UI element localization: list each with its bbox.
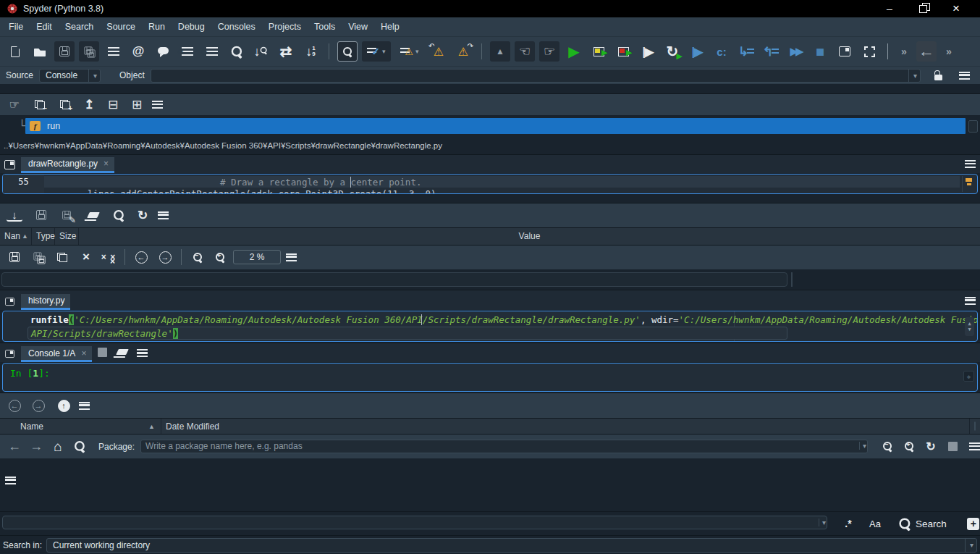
menu-debug[interactable]: Debug [172, 20, 211, 34]
outline-scrollbar[interactable] [968, 120, 978, 133]
menu-source[interactable]: Source [101, 20, 141, 34]
save-data-as-button[interactable]: ✎ [59, 207, 75, 223]
package-input[interactable] [140, 440, 868, 453]
last-edit-location-button[interactable]: ▲ [490, 41, 510, 62]
menu-projects[interactable]: Projects [263, 20, 307, 34]
close-tab-icon[interactable]: × [81, 348, 86, 358]
goto-cursor-button[interactable]: ☞ [7, 96, 22, 112]
tab-console-1a[interactable]: Console 1/A × [21, 346, 92, 362]
find-button[interactable] [227, 41, 247, 62]
maximize-pane-button[interactable] [859, 41, 879, 62]
run-selection-button[interactable]: |▶ [638, 41, 658, 62]
goto-parent-button[interactable]: ↥ [81, 96, 97, 112]
expand-section-button[interactable]: + [57, 96, 73, 112]
source-combobox[interactable]: Console ▾ [39, 69, 101, 83]
next-warning-button[interactable]: ⚠ ↷ [453, 41, 473, 62]
variable-explorer-options-button[interactable] [155, 207, 171, 223]
copy-plot-button[interactable] [54, 249, 70, 265]
files-options-button[interactable] [76, 398, 92, 414]
dropdown-icon[interactable]: ▾ [859, 442, 866, 450]
menu-edit[interactable]: Edit [30, 20, 58, 34]
clear-console-button[interactable] [114, 344, 130, 360]
history-options-button[interactable] [965, 297, 976, 305]
menu-consoles[interactable]: Consoles [212, 20, 261, 34]
more-options-button[interactable]: + [966, 516, 980, 532]
unindent-button[interactable]: ◂ [177, 41, 198, 62]
editor-options-button[interactable] [965, 160, 976, 168]
interrupt-kernel-button[interactable] [94, 344, 110, 360]
console-options-button[interactable] [137, 349, 148, 357]
zoom-out-button[interactable]: − [190, 249, 206, 265]
find-next-button[interactable]: ↓ [251, 41, 271, 62]
case-toggle-button[interactable]: Aa [867, 516, 883, 532]
help-zoom-out-button[interactable]: − [879, 439, 895, 455]
collapse-section-button[interactable]: − [32, 96, 48, 112]
save-all-button[interactable] [79, 41, 99, 62]
editor-pane[interactable]: 55 # Draw a rectangle by a center point.… [2, 174, 978, 194]
help-refresh-button[interactable]: ↻ [923, 439, 939, 455]
indent-button[interactable]: ▸ [202, 41, 222, 62]
help-options-button[interactable] [956, 67, 972, 83]
search-variable-button[interactable] [111, 207, 127, 223]
history-pane[interactable]: runfile('C:/Users/hwnkm/AppData/Roaming/… [2, 311, 978, 343]
save-button[interactable] [54, 41, 75, 62]
new-window-button[interactable] [835, 41, 855, 62]
save-all-plots-button[interactable] [30, 249, 46, 265]
refresh-variables-button[interactable]: ↻ [135, 207, 151, 223]
help-forward-button[interactable]: → [28, 439, 44, 455]
previous-cursor-position-button[interactable]: ☜ [515, 41, 535, 62]
console-pan-icon[interactable]: ◆ [963, 371, 974, 382]
help-home-button[interactable]: ⌂ [50, 439, 66, 455]
menu-view[interactable]: View [342, 20, 373, 34]
new-file-button[interactable] [5, 41, 25, 62]
preview-button[interactable] [337, 41, 358, 62]
save-plot-button[interactable] [7, 249, 22, 265]
online-help-options-button[interactable] [966, 439, 980, 455]
sort-lines-button[interactable]: ↓ 19 [300, 41, 321, 62]
search-button[interactable]: Search [895, 519, 951, 529]
outline-item-run[interactable]: f run [25, 118, 966, 134]
files-back-button[interactable]: ← [7, 398, 22, 414]
help-zoom-in-button[interactable]: + [901, 439, 917, 455]
run-cell-button[interactable]: ▶ [588, 41, 609, 62]
stop-debug-button[interactable]: ■ [810, 41, 830, 62]
files-forward-button[interactable]: → [30, 398, 46, 414]
help-search-button[interactable] [72, 439, 88, 455]
rerun-cell-button[interactable]: ↻ ▶ [662, 41, 683, 62]
replace-button[interactable]: ⇄ [276, 41, 296, 62]
zoom-in-button[interactable]: + [212, 249, 228, 265]
remove-plot-button[interactable]: × [78, 249, 94, 265]
column-name[interactable]: Nan▲ [0, 228, 32, 245]
browse-tabs-button[interactable] [5, 350, 14, 358]
dropdown-icon[interactable]: ▾ [819, 519, 826, 526]
code-area[interactable]: # Draw a rectangle by a center point. li… [44, 175, 960, 193]
pane-options-button[interactable] [2, 472, 18, 488]
browse-tabs-button[interactable] [4, 160, 15, 169]
plots-options-button[interactable] [283, 249, 299, 265]
close-button[interactable]: × [939, 0, 973, 17]
outline-options-button[interactable] [149, 96, 165, 112]
close-tab-icon[interactable]: × [104, 159, 109, 169]
tab-drawrectangle[interactable]: drawRectangle.py × [21, 157, 114, 173]
comment-button[interactable] [153, 41, 173, 62]
debug-cell-button[interactable]: c: [711, 41, 732, 62]
column-name[interactable]: Name▲ [0, 419, 161, 434]
find-input[interactable] [2, 516, 827, 529]
browse-tabs-button[interactable] [5, 298, 14, 306]
run-file-button[interactable]: ▶ [564, 41, 584, 62]
collapse-all-button[interactable]: ⊟ [105, 96, 121, 112]
previous-plot-button[interactable]: ← [133, 249, 149, 265]
text-list-button[interactable] [104, 41, 124, 62]
run-cell-advance-button[interactable]: ▶ [613, 41, 633, 62]
column-type[interactable]: Type [32, 228, 55, 245]
console-pane[interactable]: In [1]: ◆ [2, 363, 978, 392]
debug-file-button[interactable]: |▶ [687, 41, 707, 62]
symbol-finder-button[interactable]: @ [128, 41, 148, 62]
step-into-button[interactable]: ↳ [736, 41, 756, 62]
continue-button[interactable]: ▶▶ [785, 41, 806, 62]
files-parent-button[interactable]: ↑ [56, 398, 72, 414]
next-plot-button[interactable]: → [157, 249, 173, 265]
toolbar-overflow-button[interactable]: » [896, 43, 912, 59]
tab-history[interactable]: history.py [21, 294, 70, 310]
menu-help[interactable]: Help [375, 20, 405, 34]
